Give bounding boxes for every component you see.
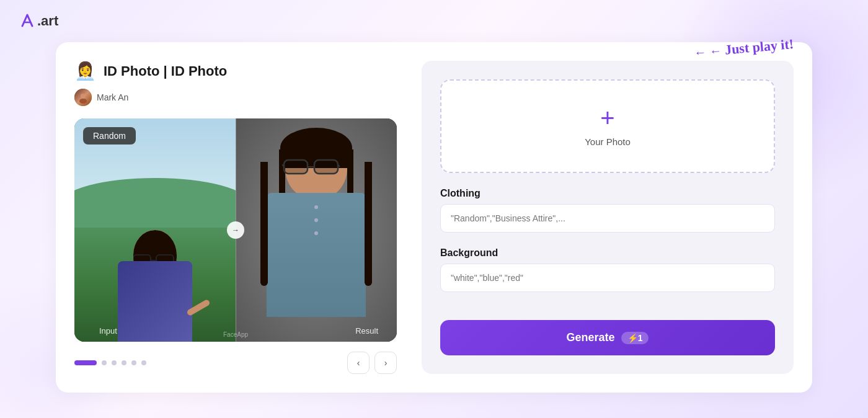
preview-container: Random [74, 118, 397, 342]
svg-point-1 [79, 99, 87, 104]
dot-4[interactable] [122, 360, 126, 365]
generate-button[interactable]: Generate ⚡1 [440, 320, 775, 355]
arrow-divider: → [227, 221, 244, 239]
logo-text: .art [37, 13, 58, 29]
person-right [254, 118, 378, 342]
background-label: Background [440, 247, 775, 259]
logo[interactable]: .art [19, 12, 849, 30]
input-image: Input [74, 118, 236, 342]
head-right [285, 131, 347, 199]
dots-container [74, 360, 146, 365]
clothing-input[interactable] [440, 204, 775, 233]
person-left [112, 199, 198, 342]
hair-flow-right [365, 162, 372, 286]
dot-2[interactable] [102, 360, 107, 365]
avatar-inner [74, 89, 92, 106]
plus-icon: + [600, 105, 614, 130]
background-group: Background [440, 247, 775, 292]
main-card: 👩‍💼 ID Photo | ID Photo Mark An Random [56, 42, 812, 393]
dot-6[interactable] [141, 360, 146, 365]
nav-buttons: ‹ › [347, 352, 397, 374]
background-input[interactable] [440, 264, 775, 292]
result-image: Result [236, 118, 397, 342]
upload-label: Your Photo [585, 136, 631, 147]
label-input: Input [99, 326, 117, 336]
left-panel: 👩‍💼 ID Photo | ID Photo Mark An Random [74, 61, 397, 374]
author-name: Mark An [97, 92, 128, 102]
app-title: ID Photo | ID Photo [104, 63, 227, 79]
generate-label: Generate [567, 331, 615, 344]
svg-rect-6 [314, 160, 338, 174]
dot-1[interactable] [74, 360, 97, 365]
upload-area[interactable]: + Your Photo [440, 79, 775, 173]
shirt-buttons [314, 205, 318, 235]
random-badge: Random [83, 127, 136, 145]
next-button[interactable]: › [374, 352, 397, 374]
svg-rect-5 [284, 160, 308, 174]
nav-row: ‹ › [74, 352, 397, 374]
svg-point-0 [81, 94, 86, 99]
body-left [118, 261, 192, 342]
author-row[interactable]: Mark An [74, 89, 397, 106]
label-result: Result [355, 326, 378, 336]
watermark: FaceApp [223, 331, 248, 338]
avatar [74, 89, 92, 106]
glasses-right [282, 157, 350, 179]
app-title-row: 👩‍💼 ID Photo | ID Photo [74, 61, 397, 81]
prev-button[interactable]: ‹ [347, 352, 370, 374]
logo-icon [19, 12, 36, 30]
body-right [267, 193, 366, 317]
app-emoji: 👩‍💼 [74, 61, 96, 81]
header: .art [0, 0, 868, 42]
clothing-group: Clothing [440, 188, 775, 233]
dot-3[interactable] [112, 360, 117, 365]
avatar-image [77, 91, 89, 104]
right-panel: + Your Photo Clothing Background Generat… [422, 61, 794, 374]
dot-5[interactable] [131, 360, 136, 365]
lightning-badge: ⚡1 [621, 332, 649, 344]
clothing-label: Clothing [440, 188, 775, 199]
hair-flow-left [260, 162, 268, 286]
